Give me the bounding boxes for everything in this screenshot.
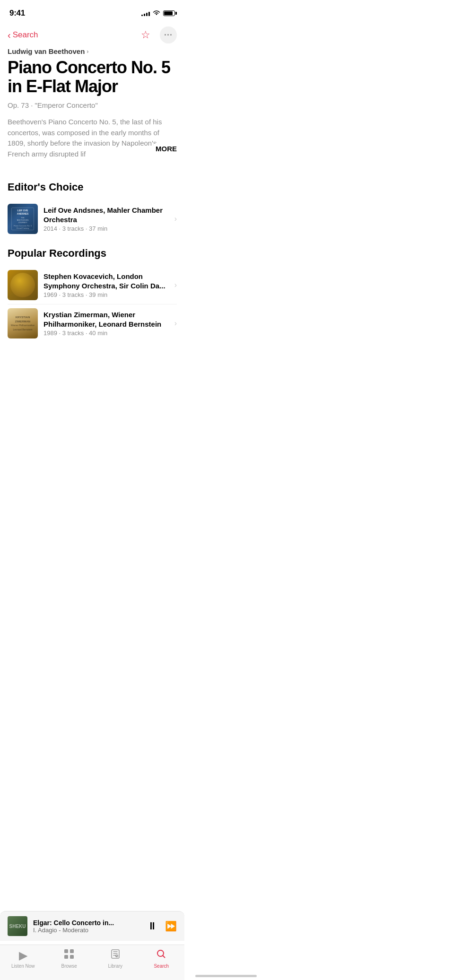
recording-2-album-art: KRYSTIANZIMERMANWiener PhilharmonikerLeo… [8, 308, 38, 338]
status-time: 9:41 [9, 9, 25, 18]
status-icons [141, 9, 175, 17]
editors-choice-album-info: Leif Ove Andsnes, Mahler Chamber Orchest… [43, 206, 169, 232]
work-title: Piano Concerto No. 5 in E-Flat Major [8, 58, 177, 95]
status-bar: 9:41 [0, 0, 184, 23]
recording-1-meta: 1969 · 3 tracks · 39 min [43, 291, 169, 298]
artist-link[interactable]: Ludwig van Beethoven › [8, 47, 177, 55]
popular-recordings-title: Popular Recordings [8, 247, 177, 260]
recording-2-chevron-icon: › [174, 319, 177, 328]
artist-chevron-icon: › [87, 48, 88, 55]
more-button[interactable]: MORE [154, 144, 177, 155]
recording-2-meta: 1989 · 3 tracks · 40 min [43, 330, 169, 337]
editors-choice-chevron-icon: › [174, 215, 177, 223]
signal-icon [141, 10, 150, 16]
description-section: Beethoven's Piano Concerto No. 5, the la… [0, 117, 184, 172]
nav-actions: ☆ ··· [137, 26, 177, 43]
back-button[interactable]: ‹ Search [8, 30, 38, 40]
recording-1-album-art [8, 270, 38, 300]
editors-choice-item[interactable]: LEIF OVEANDSNES THEBEETHOVENJOURNEY Pian… [8, 200, 177, 238]
recording-1-name: Stephen Kovacevich, London Symphony Orch… [43, 272, 169, 290]
more-button[interactable]: ··· [160, 26, 177, 43]
recording-2-info: Krystian Zimerman, Wiener Philharmoniker… [43, 310, 169, 337]
editors-choice-album-art: LEIF OVEANDSNES THEBEETHOVENJOURNEY Pian… [8, 204, 38, 234]
main-content: Ludwig van Beethoven › Piano Concerto No… [0, 47, 184, 109]
popular-recording-item-2[interactable]: KRYSTIANZIMERMANWiener PhilharmonikerLeo… [8, 304, 177, 342]
recording-2-name: Krystian Zimerman, Wiener Philharmoniker… [43, 310, 169, 329]
description-wrapper: Beethoven's Piano Concerto No. 5, the la… [8, 117, 177, 159]
description-fade: MORE [139, 148, 177, 159]
recording-1-info: Stephen Kovacevich, London Symphony Orch… [43, 272, 169, 298]
more-dots-icon: ··· [164, 30, 173, 40]
wifi-icon [153, 9, 160, 17]
editors-choice-section: Editor's Choice LEIF OVEANDSNES THEBEETH… [0, 172, 184, 238]
popular-recording-item-1[interactable]: Stephen Kovacevich, London Symphony Orch… [8, 266, 177, 304]
favorite-button[interactable]: ☆ [137, 26, 154, 43]
recording-1-chevron-icon: › [174, 281, 177, 289]
artist-name: Ludwig van Beethoven [8, 47, 85, 55]
battery-icon [163, 10, 175, 16]
editors-choice-album-name: Leif Ove Andsnes, Mahler Chamber Orchest… [43, 206, 169, 224]
star-icon: ☆ [141, 29, 150, 41]
popular-recordings-section: Popular Recordings Stephen Kovacevich, L… [0, 238, 184, 342]
work-subtitle: Op. 73 · "Emperor Concerto" [8, 101, 177, 109]
editors-choice-title: Editor's Choice [8, 181, 177, 193]
work-description: Beethoven's Piano Concerto No. 5, the la… [8, 117, 177, 159]
editors-choice-album-meta: 2014 · 3 tracks · 37 min [43, 225, 169, 232]
nav-bar: ‹ Search ☆ ··· [0, 23, 184, 47]
back-chevron-icon: ‹ [8, 30, 11, 40]
back-label: Search [13, 30, 38, 40]
